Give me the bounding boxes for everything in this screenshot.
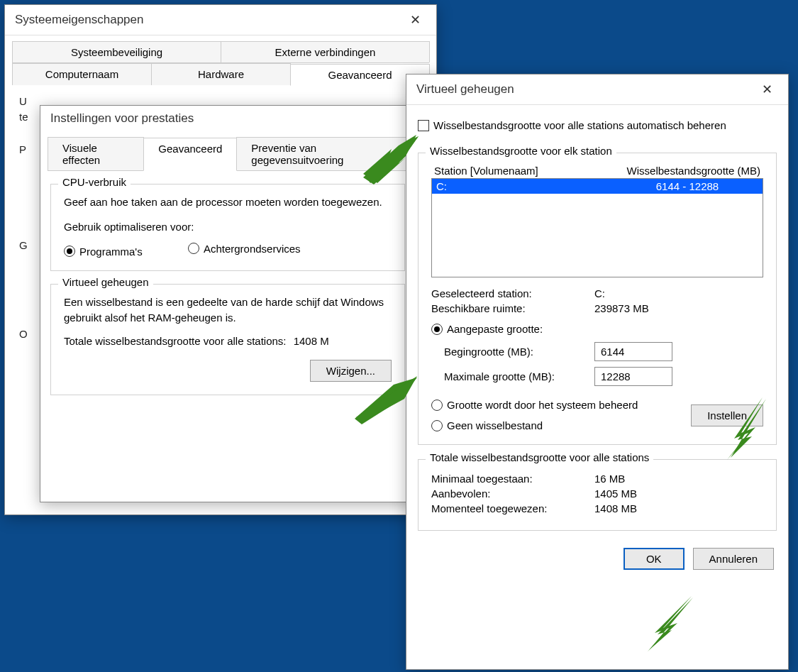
checkbox-icon [418,120,429,131]
selected-station-label: Geselecteerd station: [431,287,594,299]
radio-programmas[interactable]: Programma's [64,246,143,258]
initial-size-label: Begingrootte (MB): [444,346,594,358]
cur-label: Momenteel toegewezen: [431,502,594,514]
body-line2: te [19,111,28,123]
radio-icon [188,243,199,254]
titlebar: Virtueel geheugen ✕ [406,75,788,105]
rec-label: Aanbevolen: [431,488,594,500]
list-header: Station [Volumenaam] Wisselbestandsgroot… [431,163,763,178]
titlebar: Systeemeigenschappen ✕ [5,5,436,35]
cpu-group-title: CPU-verbruik [58,176,131,188]
drive-size: 6144 - 12288 [616,180,758,192]
ok-button[interactable]: OK [624,548,685,570]
close-icon[interactable]: ✕ [756,80,778,99]
list-item[interactable]: C: 6144 - 12288 [432,179,763,194]
cpu-desc: Geef aan hoe taken aan de processor moet… [64,194,392,211]
window-title: Instellingen voor prestaties [50,111,194,126]
vm-group-title: Virtueel geheugen [58,276,153,288]
radio-icon [431,420,443,431]
col-drive: Station [Volumenaam] [434,165,619,177]
drive-listbox[interactable]: C: 6144 - 12288 [431,178,763,277]
totals-group: Totale wisselbestandsgrootte voor alle s… [418,459,777,531]
drive-name: C: [436,180,616,192]
rec-value: 1405 MB [594,488,763,500]
radio-icon [431,400,443,411]
checkbox-label: Wisselbestandsgrootte voor alle stations… [433,119,726,131]
tab-externe-verbindingen[interactable]: Externe verbindingen [221,41,430,62]
max-size-label: Maximale grootte (MB): [444,370,594,382]
cpu-group: CPU-verbruik Geef aan hoe taken aan de p… [50,184,405,271]
per-station-title: Wisselbestandsgrootte voor elk station [426,145,616,157]
tab-systeembeveiliging[interactable]: Systeembeveiliging [12,41,221,62]
vm-group: Virtueel geheugen Een wisselbestand is e… [50,284,405,395]
titlebar: Instellingen voor prestaties [40,106,415,131]
radio-label: Achtergrondservices [204,243,301,255]
initial-size-input[interactable] [594,342,672,361]
available-value: 239873 MB [594,302,763,314]
tab-visuele-effecten[interactable]: Visuele effecten [48,137,144,170]
tab-hardware[interactable]: Hardware [151,63,291,85]
vm-desc: Een wisselbestand is een gedeelte van de… [64,294,392,326]
max-size-input[interactable] [594,367,672,386]
radio-label: Aangepaste grootte: [447,323,543,335]
cur-value: 1408 MB [594,502,763,514]
dialog-footer: OK Annuleren [406,538,788,583]
per-station-group: Wisselbestandsgrootte voor elk station S… [418,153,777,445]
virtual-memory-window: Virtueel geheugen ✕ Wisselbestandsgroott… [406,74,789,670]
set-button[interactable]: Instellen [691,404,763,426]
radio-no-pagefile[interactable]: Geen wisselbestand [431,419,691,431]
cpu-optimize-label: Gebruik optimaliseren voor: [64,221,392,233]
radio-custom-size[interactable]: Aangepaste grootte: [431,323,543,335]
radio-achtergrondservices[interactable]: Achtergrondservices [188,243,301,255]
available-label: Beschikbare ruimte: [431,302,594,314]
vm-total-value: 1408 M [294,335,329,347]
vm-total-label: Totale wisselbestandsgrootte voor alle s… [64,335,287,347]
window-title: Virtueel geheugen [416,82,514,97]
body-line1: U [19,95,27,107]
tabs: Systeembeveiliging Externe verbindingen … [5,35,436,85]
change-button[interactable]: Wijzigen... [310,360,392,382]
col-size: Wisselbestandsgrootte (MB) [619,165,760,177]
min-value: 16 MB [594,473,763,485]
radio-label: Grootte wordt door het systeem beheerd [447,399,638,411]
radio-label: Geen wisselbestand [447,419,543,431]
tab-computernaam[interactable]: Computernaam [12,63,152,85]
radio-icon [431,324,443,335]
radio-label: Programma's [79,246,143,258]
radio-system-managed[interactable]: Grootte wordt door het systeem beheerd [431,399,691,411]
auto-manage-checkbox[interactable]: Wisselbestandsgrootte voor alle stations… [418,119,726,131]
content: Wisselbestandsgrootte voor alle stations… [406,105,788,538]
cancel-button[interactable]: Annuleren [693,548,774,570]
totals-title: Totale wisselbestandsgrootte voor alle s… [426,451,653,463]
performance-settings-window: Instellingen voor prestaties Visuele eff… [40,105,416,502]
tab-geavanceerd[interactable]: Geavanceerd [143,138,237,171]
close-icon[interactable]: ✕ [404,11,426,29]
selected-station-value: C: [594,287,763,299]
radio-icon [64,246,75,257]
window-title: Systeemeigenschappen [15,13,143,27]
tabs: Visuele effecten Geavanceerd Preventie v… [40,131,415,171]
tab-dep[interactable]: Preventie van gegevensuitvoering [236,137,409,170]
min-label: Minimaal toegestaan: [431,473,594,485]
